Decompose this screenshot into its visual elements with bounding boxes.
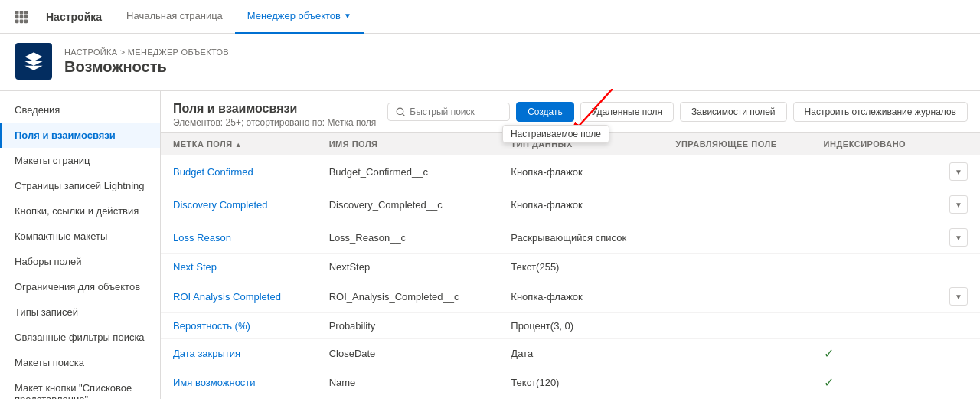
fields-title: Поля и взаимосвязи (173, 102, 376, 116)
object-icon (15, 43, 52, 80)
control-field-cell (664, 188, 812, 221)
field-name-cell: Loss_Reason__c (317, 221, 499, 254)
sidebar-item-buttons[interactable]: Кнопки, ссылки и действия (0, 198, 160, 224)
breadcrumb: НАСТРОЙКА > МЕНЕДЖЕР ОБЪЕКТОВ (64, 47, 229, 57)
field-label-cell: Next Step (161, 254, 317, 280)
sidebar-item-fieldsets[interactable]: Наборы полей (0, 249, 160, 274)
row-dropdown-button[interactable]: ▼ (949, 287, 968, 306)
row-actions-cell (937, 339, 980, 368)
fields-header: Поля и взаимосвязи Элементов: 25+; отсор… (161, 91, 980, 133)
top-nav: Настройка Начальная страница Менеджер об… (0, 0, 980, 34)
field-label-link[interactable]: Discovery Completed (173, 199, 268, 211)
field-label-link[interactable]: ROI Analysis Completed (173, 291, 281, 303)
data-type-cell: Раскрывающийся список (498, 221, 663, 254)
field-name-cell: ROI_Analysis_Completed__c (317, 280, 499, 313)
field-name-cell: Discovery_Completed__c (317, 188, 499, 221)
indexed-cell (812, 188, 937, 221)
col-control-field[interactable]: УПРАВЛЯЮЩЕЕ ПОЛЕ (664, 133, 812, 155)
svg-rect-4 (20, 15, 22, 18)
data-type-cell: Процент(3, 0) (498, 313, 663, 339)
control-field-cell (664, 254, 812, 280)
field-label-link[interactable]: Дата закрытия (173, 348, 240, 359)
table-row: Дата закрытия CloseDate Дата ✓ (161, 339, 980, 368)
sidebar-item-record-types[interactable]: Типы записей (0, 299, 160, 325)
svg-rect-0 (16, 11, 18, 13)
page-title: Возможность (64, 58, 229, 76)
sidebar-item-list-btn[interactable]: Макет кнопки "Списковое представление" (0, 375, 160, 399)
table-row: Budget Confirmed Budget_Confirmed__c Кно… (161, 155, 980, 188)
tracking-button[interactable]: Настроить отслеживание журналов (793, 102, 968, 122)
control-field-cell (664, 313, 812, 339)
nav-tabs: Начальная страница Менеджер объектов ▼ (114, 0, 364, 34)
field-dependencies-button[interactable]: Зависимости полей (680, 102, 786, 122)
field-label-cell: Дата закрытия (161, 339, 317, 368)
svg-point-9 (397, 108, 403, 115)
control-field-cell (664, 339, 812, 368)
field-label-link[interactable]: Имя возможности (173, 377, 256, 388)
sidebar-item-search-filters[interactable]: Связанные фильтры поиска (0, 325, 160, 350)
row-dropdown-button[interactable]: ▼ (949, 195, 968, 214)
sidebar-item-fields[interactable]: Поля и взаимосвязи (0, 123, 160, 148)
tab-home[interactable]: Начальная страница (114, 0, 235, 34)
data-type-cell: Текст(120) (498, 368, 663, 397)
app-title: Настройка (46, 11, 102, 23)
search-icon (396, 106, 405, 117)
search-box[interactable] (387, 103, 510, 121)
data-type-cell: Дата (498, 339, 663, 368)
table-row: Loss Reason Loss_Reason__c Раскрывающийс… (161, 221, 980, 254)
field-name-cell: Name (317, 368, 499, 397)
control-field-cell (664, 221, 812, 254)
indexed-cell (812, 280, 937, 313)
control-field-cell (664, 155, 812, 188)
indexed-cell (812, 221, 937, 254)
data-type-cell: Кнопка-флажок (498, 280, 663, 313)
col-field-label[interactable]: МЕТКА ПОЛЯ (161, 133, 317, 155)
field-label-cell: Имя возможности (161, 368, 317, 397)
field-label-cell: Discovery Completed (161, 188, 317, 221)
field-label-cell: Вероятность (%) (161, 313, 317, 339)
create-tooltip: Настраиваемое поле (502, 125, 609, 143)
field-label-link[interactable]: Next Step (173, 261, 217, 273)
field-name-cell: Probability (317, 313, 499, 339)
col-field-name[interactable]: ИМЯ ПОЛЯ (317, 133, 499, 155)
indexed-cell: ✓ (812, 339, 937, 368)
row-actions-cell (937, 313, 980, 339)
field-label-link[interactable]: Loss Reason (173, 232, 231, 244)
table-row: Вероятность (%) Probability Процент(3, 0… (161, 313, 980, 339)
sidebar-item-lightning-pages[interactable]: Страницы записей Lightning (0, 173, 160, 198)
row-dropdown-button[interactable]: ▼ (949, 162, 968, 181)
sidebar-item-page-layouts[interactable]: Макеты страниц (0, 148, 160, 173)
sidebar-item-object-limits[interactable]: Ограничения для объектов (0, 274, 160, 299)
row-dropdown-button[interactable]: ▼ (949, 228, 968, 247)
control-field-cell (664, 368, 812, 397)
field-label-cell: Budget Confirmed (161, 155, 317, 188)
sidebar-item-search-layouts[interactable]: Макеты поиска (0, 350, 160, 375)
tab-object-manager[interactable]: Менеджер объектов ▼ (235, 0, 364, 34)
tab-dropdown-icon: ▼ (344, 11, 351, 20)
deleted-fields-button[interactable]: Удаленные поля (580, 102, 674, 122)
create-button[interactable]: Создать (516, 102, 574, 122)
row-actions-cell (937, 368, 980, 397)
sidebar-item-svedeniya[interactable]: Сведения (0, 97, 160, 123)
svg-rect-8 (24, 20, 27, 22)
field-label-link[interactable]: Budget Confirmed (173, 166, 253, 178)
indexed-cell (812, 155, 937, 188)
page-header: НАСТРОЙКА > МЕНЕДЖЕР ОБЪЕКТОВ Возможност… (0, 34, 980, 91)
field-label-link[interactable]: Вероятность (%) (173, 320, 250, 332)
sidebar-item-compact[interactable]: Компактные макеты (0, 224, 160, 249)
search-input[interactable] (410, 106, 501, 117)
svg-rect-2 (24, 11, 27, 13)
row-actions-cell: ▼ (937, 155, 980, 188)
data-type-cell: Кнопка-флажок (498, 155, 663, 188)
apps-icon[interactable] (9, 5, 34, 29)
data-type-cell: Текст(255) (498, 254, 663, 280)
col-actions-header (937, 133, 980, 155)
content-area: Поля и взаимосвязи Элементов: 25+; отсор… (161, 91, 980, 399)
svg-line-10 (403, 113, 405, 116)
svg-rect-1 (20, 11, 22, 13)
field-name-cell: Budget_Confirmed__c (317, 155, 499, 188)
data-type-cell: Кнопка-флажок (498, 188, 663, 221)
col-indexed[interactable]: ИНДЕКСИРОВАНО (812, 133, 937, 155)
row-actions-cell: ▼ (937, 280, 980, 313)
table-row: Next Step NextStep Текст(255) (161, 254, 980, 280)
